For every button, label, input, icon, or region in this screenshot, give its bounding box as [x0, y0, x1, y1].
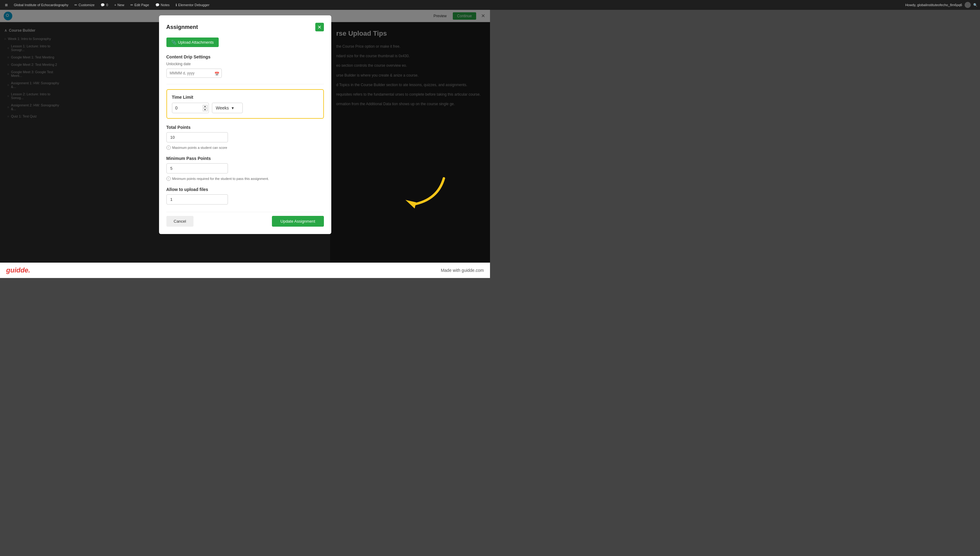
time-unit-dropdown[interactable]: Weeks ▾ [212, 103, 243, 113]
notes-icon: 💬 [155, 3, 160, 7]
customize-item[interactable]: ✏ Customize [72, 0, 97, 10]
min-pass-points-input[interactable] [167, 163, 228, 173]
customize-label: Customize [78, 3, 94, 7]
chevron-down-icon: ▾ [231, 105, 234, 110]
calendar-icon: 📅 [214, 72, 219, 76]
upload-attachments-button[interactable]: 📎 Upload Attachments [167, 37, 219, 47]
modal-overlay: Assignment ✕ 📎 Upload Attachments Conten… [0, 10, 490, 263]
allow-upload-section: Allow to upload files [167, 187, 324, 206]
time-limit-row: ▲ ▼ Weeks ▾ [172, 103, 319, 113]
guidde-logo-text: guidde. [6, 266, 30, 274]
unlocking-date-input[interactable] [167, 69, 222, 78]
site-name-text: Global Institute of Echocardiography [14, 3, 68, 7]
edit-icon: ✏ [130, 3, 133, 7]
spinner-down-button[interactable]: ▼ [203, 108, 208, 112]
time-limit-input-wrapper: ▲ ▼ [172, 103, 209, 113]
modal-close-button[interactable]: ✕ [315, 23, 324, 31]
footer-tagline: Made with guidde.com [441, 268, 484, 273]
allow-upload-title: Allow to upload files [167, 187, 324, 192]
content-drip-section: Content Drip Settings Unlocking date 📅 [167, 55, 324, 79]
modal-header: Assignment ✕ [167, 23, 324, 31]
min-pass-points-helper: i Minimum points required for the studen… [167, 176, 324, 181]
divider-1 [167, 84, 324, 84]
assignment-modal: Assignment ✕ 📎 Upload Attachments Conten… [159, 15, 331, 234]
notes-label: Notes [161, 3, 170, 7]
modal-title: Assignment [167, 24, 198, 31]
content-drip-title: Content Drip Settings [167, 55, 324, 59]
notes-item[interactable]: 💬 Notes [153, 0, 172, 10]
comments-count: 0 [106, 3, 108, 7]
total-points-input[interactable] [167, 132, 228, 142]
info-icon-2: i [167, 176, 171, 181]
update-assignment-button[interactable]: Update Assignment [272, 216, 324, 227]
cancel-button[interactable]: Cancel [167, 216, 194, 227]
elementor-debugger-label: Elementor Debugger [178, 3, 209, 7]
site-name-item[interactable]: Global Institute of Echocardiography [11, 0, 71, 10]
min-pass-points-section: Minimum Pass Points i Minimum points req… [167, 156, 324, 181]
paperclip-icon: 📎 [171, 40, 176, 45]
close-icon: ✕ [317, 24, 322, 30]
unlocking-date-label: Unlocking date [167, 62, 324, 66]
edit-page-item[interactable]: ✏ Edit Page [128, 0, 152, 10]
wp-logo-icon: ⊞ [5, 3, 8, 7]
guidde-logo: guidde. [6, 266, 30, 274]
time-limit-title: Time Limit [172, 95, 319, 100]
min-pass-points-title: Minimum Pass Points [167, 156, 324, 161]
upload-button-label: Upload Attachments [178, 40, 214, 45]
spinner-buttons: ▲ ▼ [203, 105, 208, 112]
total-points-helper: i Maximum points a student can score [167, 145, 324, 150]
elementor-debugger-item[interactable]: ℹ Elementor Debugger [173, 0, 212, 10]
date-input-wrapper: 📅 [167, 69, 222, 79]
total-points-helper-text: Maximum points a student can score [172, 146, 227, 149]
spinner-up-button[interactable]: ▲ [203, 105, 208, 108]
comment-icon: 💬 [100, 3, 105, 7]
plus-icon: + [114, 3, 116, 7]
info-icon: ℹ [176, 3, 177, 7]
new-item[interactable]: + New [112, 0, 126, 10]
wp-admin-bar: ⊞ Global Institute of Echocardiography ✏… [0, 0, 490, 10]
footer: guidde. Made with guidde.com [0, 263, 490, 278]
min-pass-points-helper-text: Minimum points required for the student … [172, 177, 269, 181]
allow-upload-input[interactable] [167, 194, 228, 205]
pencil-icon: ✏ [74, 3, 77, 7]
info-icon: i [167, 145, 171, 150]
total-points-title: Total Points [167, 125, 324, 130]
modal-footer: Cancel Update Assignment [167, 212, 324, 227]
edit-page-label: Edit Page [134, 3, 149, 7]
time-limit-section: Time Limit ▲ ▼ Weeks ▾ [167, 89, 324, 119]
comments-item[interactable]: 💬 0 [98, 0, 110, 10]
wp-logo-item[interactable]: ⊞ [2, 0, 10, 10]
total-points-section: Total Points i Maximum points a student … [167, 125, 324, 150]
new-label: New [118, 3, 124, 7]
weeks-label: Weeks [216, 105, 229, 110]
